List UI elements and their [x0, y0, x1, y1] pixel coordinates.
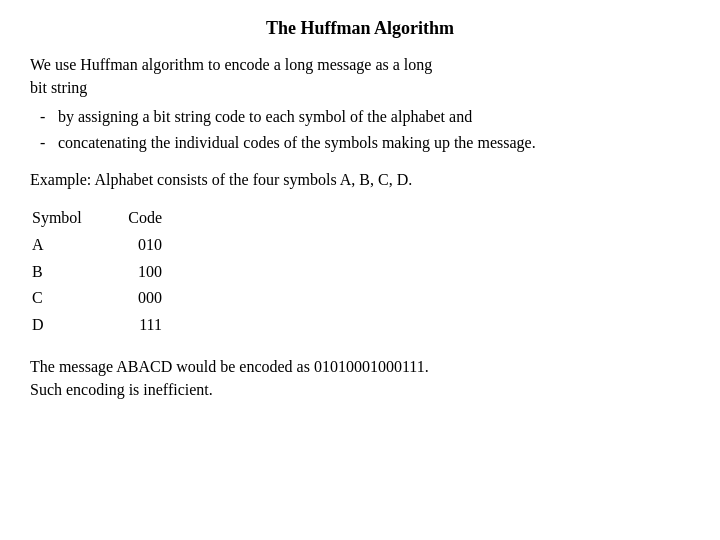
table-row: C 000	[32, 285, 172, 312]
example-paragraph: Example: Alphabet consists of the four s…	[30, 168, 690, 191]
bullet-list: by assigning a bit string code to each s…	[40, 105, 690, 153]
symbol-table: Symbol Code A 010 B 100 C 000 D 111	[32, 205, 172, 339]
table-row: D 111	[32, 312, 172, 339]
code-b: 100	[112, 259, 172, 286]
code-c: 000	[112, 285, 172, 312]
bullet-item-1: by assigning a bit string code to each s…	[40, 105, 690, 128]
intro-line1: We use Huffman algorithm to encode a lon…	[30, 56, 432, 73]
symbol-b: B	[32, 259, 112, 286]
symbol-a: A	[32, 232, 112, 259]
footer-paragraph: The message ABACD would be encoded as 01…	[30, 355, 690, 401]
table-header-row: Symbol Code	[32, 205, 172, 232]
footer-line1: The message ABACD would be encoded as 01…	[30, 358, 429, 375]
page-content: The Huffman Algorithm We use Huffman alg…	[0, 0, 720, 540]
col-header-symbol: Symbol	[32, 205, 112, 232]
table-row: B 100	[32, 259, 172, 286]
footer-line2: Such encoding is inefficient.	[30, 381, 213, 398]
table-row: A 010	[32, 232, 172, 259]
code-d: 111	[112, 312, 172, 339]
symbol-d: D	[32, 312, 112, 339]
col-header-code: Code	[112, 205, 172, 232]
intro-line2: bit string	[30, 79, 87, 96]
symbol-c: C	[32, 285, 112, 312]
page-title: The Huffman Algorithm	[30, 18, 690, 39]
code-a: 010	[112, 232, 172, 259]
bullet-item-2: concatenating the individual codes of th…	[40, 131, 690, 154]
intro-paragraph: We use Huffman algorithm to encode a lon…	[30, 53, 690, 99]
